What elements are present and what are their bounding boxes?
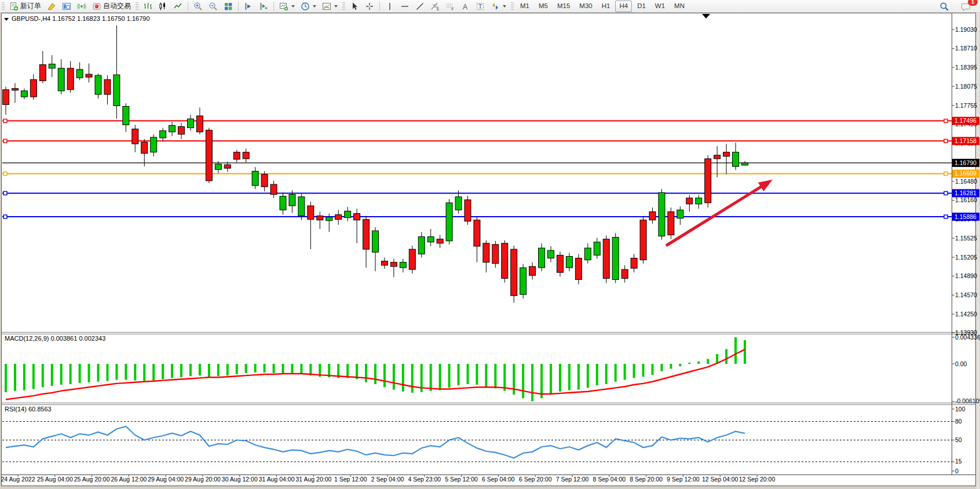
price-axis-tick: 1.15525 bbox=[955, 235, 977, 242]
line-anchor-handle[interactable] bbox=[944, 139, 948, 143]
shapes-button[interactable] bbox=[488, 0, 509, 12]
time-axis-tick: 7 Sep 12:00 bbox=[556, 476, 589, 483]
tab-timeframe-m30[interactable]: M30 bbox=[575, 1, 596, 12]
tile-windows-button[interactable] bbox=[221, 0, 236, 12]
time-axis-tick: 8 Sep 20:00 bbox=[630, 476, 663, 483]
cursor-button[interactable] bbox=[347, 0, 362, 12]
candle-body bbox=[141, 142, 148, 154]
text-button[interactable]: A bbox=[458, 0, 473, 12]
time-axis-tick: 12 Sep 20:00 bbox=[739, 476, 776, 483]
toolbar-grip[interactable] bbox=[511, 2, 514, 10]
tab-timeframe-mn[interactable]: MN bbox=[670, 1, 689, 12]
tab-timeframe-h1[interactable]: H1 bbox=[598, 1, 615, 12]
tile-windows-icon bbox=[224, 2, 233, 11]
trendline-icon bbox=[415, 2, 425, 11]
trendline-button[interactable] bbox=[412, 0, 427, 12]
bar-chart-button[interactable] bbox=[140, 0, 155, 12]
chart-title-dropdown-icon[interactable] bbox=[4, 18, 9, 21]
template-button[interactable] bbox=[319, 0, 341, 12]
toolbar-grip[interactable] bbox=[2, 2, 5, 10]
period-dropdown-caret bbox=[313, 5, 316, 8]
new-order-button[interactable]: 新订单 bbox=[6, 0, 44, 12]
candle-body bbox=[409, 249, 415, 269]
new-chart-dropdown-caret bbox=[291, 5, 295, 8]
signals-icon bbox=[77, 2, 86, 11]
timeframe-toolbar: M1M5M15M30H1H4D1W1MN bbox=[515, 1, 689, 12]
candle-body bbox=[465, 200, 471, 221]
candle-body bbox=[345, 211, 351, 217]
text-label-button[interactable]: T bbox=[473, 0, 488, 12]
candle-body bbox=[511, 249, 517, 295]
candle-body bbox=[178, 126, 185, 134]
line-anchor-handle[interactable] bbox=[3, 139, 7, 143]
line-anchor-handle[interactable] bbox=[944, 172, 948, 176]
candle-body bbox=[215, 164, 221, 169]
line-anchor-handle[interactable] bbox=[944, 191, 948, 195]
metaeditor-button[interactable] bbox=[44, 0, 59, 12]
price-badge-label: 1.16609 bbox=[955, 170, 977, 177]
candle-body bbox=[557, 255, 564, 272]
text-glyph: A bbox=[463, 2, 467, 10]
template-icon bbox=[322, 2, 331, 11]
price-axis-tick: 1.16160 bbox=[955, 196, 977, 203]
tab-timeframe-m5[interactable]: M5 bbox=[535, 1, 552, 12]
crosshair-button[interactable] bbox=[362, 0, 377, 12]
period-button[interactable] bbox=[298, 0, 319, 12]
line-anchor-handle[interactable] bbox=[3, 191, 7, 195]
mt4-window: 新订单 自动交易 bbox=[0, 0, 980, 489]
arrange-add-button[interactable] bbox=[256, 0, 271, 12]
line-chart-button[interactable] bbox=[170, 0, 185, 12]
rsi-axis-tick: 100 bbox=[955, 406, 966, 413]
candle-body bbox=[3, 90, 9, 105]
time-axis-tick: 30 Aug 12:00 bbox=[222, 476, 258, 483]
horizontal-line-button[interactable] bbox=[397, 0, 412, 12]
text-label-icon: T bbox=[476, 2, 485, 11]
time-axis-tick: 8 Sep 04:00 bbox=[593, 476, 626, 483]
time-axis-tick: 26 Aug 12:00 bbox=[111, 476, 147, 483]
shapes-dropdown-caret bbox=[503, 5, 506, 8]
chart-window-button[interactable] bbox=[59, 0, 74, 12]
price-axis-tick: 1.14250 bbox=[955, 311, 977, 318]
line-anchor-handle[interactable] bbox=[944, 215, 948, 218]
candle-body bbox=[640, 220, 646, 260]
candle-body bbox=[132, 129, 138, 144]
autotrade-button[interactable]: 自动交易 bbox=[89, 0, 134, 12]
arrange-windows-button[interactable] bbox=[241, 0, 256, 12]
vertical-line-button[interactable] bbox=[382, 0, 397, 12]
price-badge-label: 1.16790 bbox=[955, 159, 977, 166]
candle-body bbox=[603, 239, 609, 279]
candlestick-chart-button[interactable] bbox=[155, 0, 170, 12]
line-anchor-handle[interactable] bbox=[3, 119, 7, 123]
candle-body bbox=[742, 163, 748, 165]
candle-body bbox=[317, 216, 323, 220]
notifications-button[interactable]: 1 bbox=[958, 1, 974, 13]
metaeditor-icon bbox=[47, 2, 56, 11]
zoom-in-icon bbox=[193, 2, 203, 11]
tab-timeframe-h4[interactable]: H4 bbox=[615, 1, 632, 12]
signals-button[interactable] bbox=[74, 0, 89, 12]
search-button[interactable] bbox=[937, 1, 952, 13]
line-anchor-handle[interactable] bbox=[944, 119, 948, 123]
toolbar-grip[interactable] bbox=[136, 2, 138, 10]
candle-body bbox=[483, 243, 489, 262]
tab-timeframe-d1[interactable]: D1 bbox=[633, 1, 650, 12]
tab-timeframe-m15[interactable]: M15 bbox=[553, 1, 574, 12]
candle-body bbox=[714, 155, 721, 159]
line-anchor-handle[interactable] bbox=[3, 215, 7, 218]
tab-timeframe-w1[interactable]: W1 bbox=[651, 1, 669, 12]
text-icon: A bbox=[460, 2, 470, 11]
zoom-in-button[interactable] bbox=[191, 0, 206, 12]
candle-body bbox=[529, 267, 536, 275]
candle-body bbox=[584, 248, 591, 260]
fibonacci-button[interactable]: E bbox=[427, 0, 443, 12]
toolbar-grip[interactable] bbox=[342, 2, 345, 10]
tab-timeframe-m1[interactable]: M1 bbox=[516, 1, 533, 12]
candle-body bbox=[677, 210, 683, 218]
zoom-out-button[interactable] bbox=[206, 0, 221, 12]
channel-button[interactable]: F bbox=[443, 0, 458, 12]
new-chart-button[interactable] bbox=[276, 0, 298, 12]
candle-body bbox=[243, 152, 249, 159]
crosshair-icon bbox=[365, 2, 374, 11]
chart-canvas[interactable]: 1.190301.187101.183951.180751.177551.174… bbox=[0, 0, 980, 489]
line-anchor-handle[interactable] bbox=[3, 172, 7, 176]
